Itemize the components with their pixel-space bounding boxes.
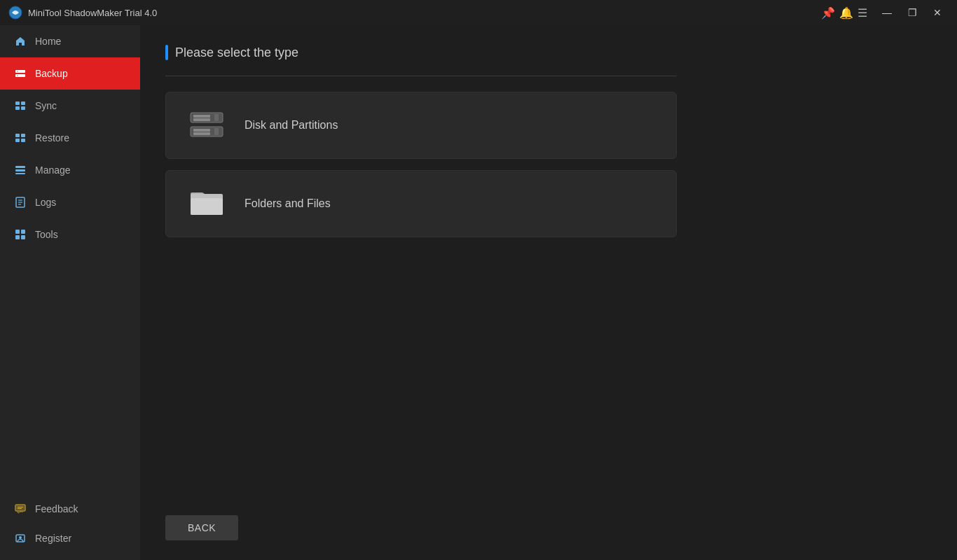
svg-rect-9 [15,134,20,137]
logs-icon [14,196,27,209]
svg-rect-13 [15,166,25,168]
main-layout: Home Backup Sync [0,25,957,560]
minimize-button[interactable]: — [876,3,898,22]
svg-rect-25 [16,505,25,510]
svg-rect-23 [21,235,25,239]
svg-rect-4 [17,76,18,76]
titlebar-controls[interactable]: — ❐ ✕ [876,3,949,22]
svg-rect-22 [15,235,20,239]
register-icon [14,532,27,545]
sidebar: Home Backup Sync [0,25,140,560]
svg-rect-37 [214,128,219,135]
svg-rect-39 [191,198,223,215]
sidebar-label-logs: Logs [35,197,56,208]
sidebar-item-manage[interactable]: Manage [0,154,140,186]
sidebar-item-home[interactable]: Home [0,25,140,57]
feedback-icon [14,503,27,515]
section-divider [165,76,677,76]
disk-partitions-card[interactable]: Disk and Partitions [165,92,677,159]
svg-rect-20 [15,230,20,234]
menu-icon[interactable]: ☰ [858,6,867,20]
sidebar-label-backup: Backup [35,68,68,79]
app-logo [8,6,22,20]
svg-rect-6 [21,102,25,105]
svg-rect-36 [193,132,210,135]
tools-icon [14,228,27,241]
svg-rect-35 [193,129,210,132]
svg-rect-32 [193,118,210,121]
svg-rect-12 [21,139,25,142]
sidebar-label-tools: Tools [35,229,58,240]
home-icon [14,35,27,48]
section-title: Please select the type [165,45,932,60]
sidebar-item-backup[interactable]: Backup [0,57,140,90]
sidebar-item-restore[interactable]: Restore [0,122,140,154]
svg-rect-33 [214,114,219,121]
sync-icon [14,99,27,112]
maximize-button[interactable]: ❐ [901,3,923,22]
svg-rect-7 [15,106,20,110]
content-area: Please select the type Disk an [140,25,957,560]
sidebar-item-sync[interactable]: Sync [0,90,140,122]
titlebar: MiniTool ShadowMaker Trial 4.0 📌 🔔 ☰ — ❐… [0,0,957,25]
sidebar-label-home: Home [35,36,61,47]
sidebar-label-manage: Manage [35,164,71,176]
sidebar-item-feedback[interactable]: Feedback [0,494,140,524]
sidebar-label-restore: Restore [35,132,69,144]
sidebar-item-register[interactable]: Register [0,524,140,553]
titlebar-icons: 📌 🔔 ☰ [821,6,867,20]
section-title-text: Please select the type [175,46,298,60]
svg-rect-5 [15,102,20,105]
folders-files-card[interactable]: Folders and Files [165,170,677,237]
pin-icon[interactable]: 📌 [821,6,835,20]
sidebar-item-tools[interactable]: Tools [0,218,140,251]
disk-partitions-label: Disk and Partitions [245,119,338,132]
svg-rect-10 [21,134,25,137]
sidebar-label-sync: Sync [35,100,57,111]
info-icon[interactable]: 🔔 [839,6,853,20]
svg-rect-11 [15,139,20,142]
back-button[interactable]: BACK [165,515,238,540]
close-button[interactable]: ✕ [926,3,949,22]
app-title: MiniTool ShadowMaker Trial 4.0 [28,8,821,18]
disk-partitions-icon [186,108,228,143]
sidebar-label-register: Register [35,533,71,544]
svg-point-29 [19,536,22,539]
backup-icon [14,67,27,80]
svg-rect-21 [21,230,25,234]
svg-rect-3 [17,71,18,72]
svg-rect-14 [15,169,25,172]
folders-files-icon [186,186,228,221]
svg-rect-8 [21,106,25,110]
sidebar-item-logs[interactable]: Logs [0,186,140,218]
sidebar-bottom: Feedback Register [0,494,140,560]
restore-icon [14,132,27,144]
manage-icon [14,164,27,176]
sidebar-label-feedback: Feedback [35,503,78,514]
svg-rect-31 [193,115,210,118]
folders-files-label: Folders and Files [245,197,331,210]
svg-rect-15 [15,173,25,174]
